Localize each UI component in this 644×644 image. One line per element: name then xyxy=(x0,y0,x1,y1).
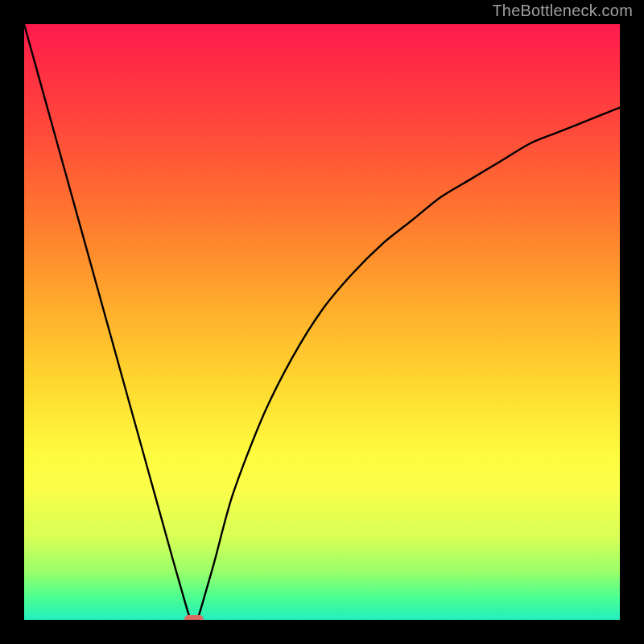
optimum-marker xyxy=(184,615,204,620)
plot-area xyxy=(24,24,620,620)
chart-frame: TheBottleneck.com xyxy=(0,0,644,644)
watermark-label: TheBottleneck.com xyxy=(492,2,633,20)
bottleneck-curve xyxy=(24,24,620,620)
curve-layer xyxy=(24,24,620,620)
